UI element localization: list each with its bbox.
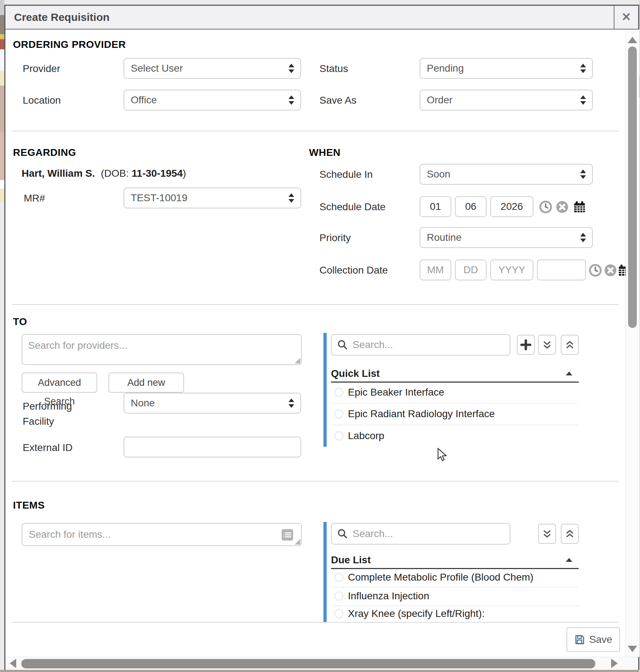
footer-divider [12,622,619,623]
to-heading: TO [13,316,27,328]
save-button[interactable]: Save [567,627,620,652]
scroll-up-arrow[interactable] [628,37,637,43]
create-requisition-dialog: Create Requisition ✕ ORDERING PROVIDER P… [4,5,639,670]
patient-dob: (DOB: 11-30-1954) [101,168,186,179]
chevron-double-up-icon[interactable] [561,524,579,544]
schedule-in-select[interactable]: Soon [420,164,593,185]
collection-day-input[interactable] [455,260,487,280]
chevron-double-down-icon[interactable] [538,524,556,544]
schedule-day-input[interactable] [455,196,487,217]
save-as-label: Save As [319,95,357,106]
scroll-down-arrow[interactable] [628,646,637,652]
select-arrows-icon [580,233,586,242]
clear-date-icon[interactable] [604,264,617,278]
quick-list-item[interactable]: Epic Beaker Interface [331,382,579,404]
select-arrows-icon [288,398,294,408]
due-list-accent-bar [323,522,327,622]
clear-date-icon[interactable] [556,200,569,215]
add-new-provider-button[interactable]: Add new provider [108,373,184,393]
location-label: Location [23,95,61,106]
search-icon [337,339,348,352]
resize-grip-icon[interactable] [295,358,300,364]
chevron-double-up-icon[interactable] [561,335,579,355]
radio-icon[interactable] [334,591,344,601]
schedule-year-input[interactable] [490,196,533,217]
due-list-item-label: Complete Metabolic Profile (Blood Chem) [348,572,533,583]
floppy-disk-icon [574,634,585,645]
resize-grip-icon[interactable] [295,539,300,545]
ordering-provider-heading: ORDERING PROVIDER [13,39,126,50]
mr-select[interactable]: TEST-10019 [124,188,301,208]
clock-icon[interactable] [589,264,602,278]
due-list-item[interactable]: Xray Knee (specify Left/Right): [331,606,579,622]
close-icon[interactable]: ✕ [614,6,638,29]
scroll-right-arrow[interactable] [611,659,618,668]
collection-time-input[interactable] [537,260,586,280]
mr-label: MR# [24,193,45,204]
horizontal-scrollbar-thumb[interactable] [21,659,595,668]
radio-icon[interactable] [334,609,344,618]
select-arrows-icon [288,64,294,73]
performing-facility-select-value: None [131,397,155,409]
priority-label: Priority [319,232,351,244]
select-arrows-icon [580,95,586,105]
item-list-icon[interactable] [280,528,295,543]
save-as-select-value: Order [427,94,453,105]
save-as-select[interactable]: Order [420,90,593,111]
collapse-triangle-icon[interactable] [566,558,572,562]
regarding-heading: REGARDING [13,147,76,158]
select-arrows-icon [288,95,294,105]
radio-icon[interactable] [334,388,344,397]
radio-icon[interactable] [334,409,344,419]
item-quick-search-input[interactable] [352,524,506,543]
dob-prefix: (DOB: [101,168,129,179]
due-list-item[interactable]: Influenza Injection [331,587,579,606]
due-list-item[interactable]: Complete Metabolic Profile (Blood Chem) [331,569,579,587]
priority-select[interactable]: Routine [420,227,593,248]
add-button[interactable] [517,335,535,355]
collection-month-input[interactable] [420,260,451,280]
external-id-label: External ID [23,442,73,454]
mouse-cursor [436,448,448,464]
status-select-value: Pending [427,63,464,74]
external-id-input[interactable] [124,437,301,457]
due-list-item-label: Influenza Injection [348,590,429,602]
section-divider [12,131,619,131]
quick-list-item[interactable]: Labcorp [331,425,579,447]
item-quick-search [331,523,510,545]
chevron-double-down-icon[interactable] [538,335,556,355]
status-select[interactable]: Pending [420,58,593,79]
collection-date-label: Collection Date [319,265,388,276]
performing-facility-select[interactable]: None [124,393,301,414]
dialog-title: Create Requisition [14,6,109,29]
radio-icon[interactable] [334,431,344,441]
save-button-label: Save [589,634,612,645]
item-search [22,523,302,546]
item-search-input[interactable] [28,524,276,545]
priority-select-value: Routine [427,232,462,243]
patient-name: Hart, William S. [22,168,95,179]
provider-search-input[interactable] [22,334,302,365]
collapse-triangle-icon[interactable] [566,371,572,375]
location-select[interactable]: Office [124,90,301,111]
clock-icon[interactable] [539,200,552,215]
quick-list-item[interactable]: Epic Radiant Radiology Interface [331,404,579,425]
schedule-month-input[interactable] [420,196,451,217]
calendar-icon-clipped[interactable] [618,264,626,278]
radio-icon[interactable] [334,573,344,582]
scroll-left-arrow[interactable] [10,659,16,668]
provider-select[interactable]: Select User [124,58,301,79]
advanced-search-button[interactable]: Advanced Search [22,373,97,393]
schedule-in-label: Schedule In [319,169,373,180]
status-label: Status [319,63,348,75]
search-icon [337,528,348,541]
schedule-date-label: Schedule Date [319,201,386,213]
calendar-icon[interactable] [573,200,586,215]
performing-facility-label-line2: Facility [23,414,72,429]
provider-quick-search-input[interactable] [352,335,506,354]
vertical-scrollbar-thumb[interactable] [628,46,637,328]
collection-year-input[interactable] [490,260,533,280]
quick-list-item-label: Epic Beaker Interface [348,387,444,398]
section-divider [12,304,619,305]
section-divider [12,481,619,482]
